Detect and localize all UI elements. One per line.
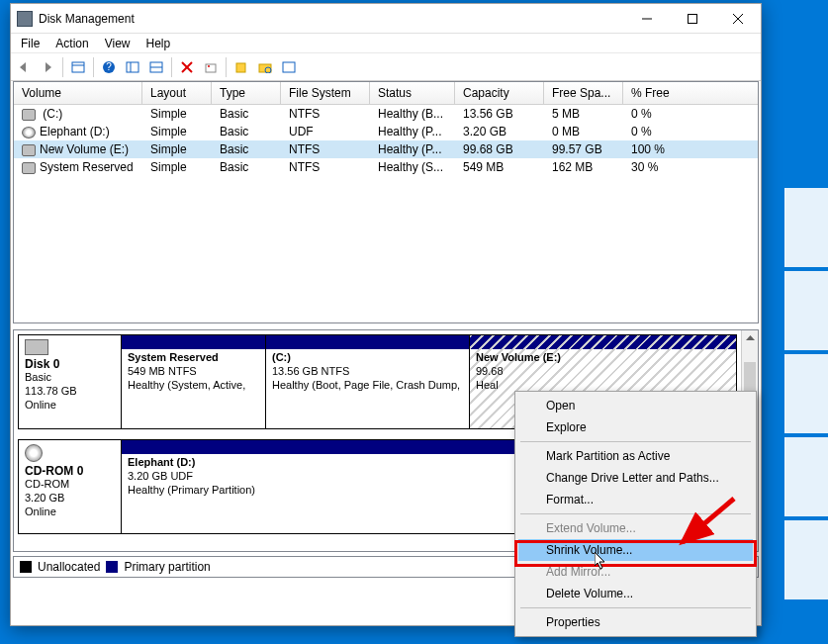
refresh-button[interactable] xyxy=(122,56,143,78)
legend-primary-label: Primary partition xyxy=(124,560,210,574)
legend-unallocated-key xyxy=(20,561,32,573)
ctx-open[interactable]: Open xyxy=(518,395,753,416)
col-pctfree[interactable]: % Free xyxy=(623,82,758,104)
toolbar: ? xyxy=(11,53,761,81)
svg-rect-4 xyxy=(72,62,84,72)
volume-row[interactable]: Elephant (D:)SimpleBasicUDFHealthy (P...… xyxy=(14,123,758,140)
svg-rect-19 xyxy=(283,62,295,72)
app-icon xyxy=(17,11,33,27)
properties-button[interactable] xyxy=(200,56,222,78)
minimize-button[interactable] xyxy=(624,4,670,33)
back-button[interactable] xyxy=(13,56,35,78)
col-type[interactable]: Type xyxy=(212,82,281,104)
new-button[interactable] xyxy=(230,56,252,78)
svg-rect-14 xyxy=(206,64,216,72)
col-layout[interactable]: Layout xyxy=(142,82,212,104)
volume-list: Volume Layout Type File System Status Ca… xyxy=(13,81,759,323)
menu-help[interactable]: Help xyxy=(140,37,177,50)
volume-row[interactable]: System ReservedSimpleBasicNTFSHealthy (S… xyxy=(14,158,758,176)
delete-button[interactable] xyxy=(176,56,198,78)
ctx-extend: Extend Volume... xyxy=(518,517,753,539)
legend-unallocated-label: Unallocated xyxy=(38,560,100,574)
col-capacity[interactable]: Capacity xyxy=(455,82,544,104)
close-button[interactable] xyxy=(715,4,761,33)
ctx-format[interactable]: Format... xyxy=(518,489,753,510)
window-title: Disk Management xyxy=(39,12,624,26)
context-menu: Open Explore Mark Partition as Active Ch… xyxy=(514,391,757,637)
titlebar[interactable]: Disk Management xyxy=(11,4,761,34)
col-free[interactable]: Free Spa... xyxy=(544,82,623,104)
svg-rect-16 xyxy=(236,63,245,72)
drive-icon xyxy=(22,162,36,174)
ctx-properties[interactable]: Properties xyxy=(518,611,753,633)
ctx-delete[interactable]: Delete Volume... xyxy=(518,583,753,604)
maximize-button[interactable] xyxy=(670,4,715,33)
list-body[interactable]: (C:)SimpleBasicNTFSHealthy (B...13.56 GB… xyxy=(14,105,758,322)
explore-button[interactable] xyxy=(254,56,276,78)
volume-row[interactable]: (C:)SimpleBasicNTFSHealthy (B...13.56 GB… xyxy=(14,105,758,123)
drive-icon xyxy=(22,109,36,121)
svg-point-15 xyxy=(208,65,210,67)
col-status[interactable]: Status xyxy=(370,82,455,104)
partition[interactable]: System Reserved549 MB NTFSHealthy (Syste… xyxy=(122,335,266,428)
list-header: Volume Layout Type File System Status Ca… xyxy=(14,82,758,105)
ctx-shrink[interactable]: Shrink Volume... xyxy=(518,539,753,561)
col-fs[interactable]: File System xyxy=(281,82,370,104)
ctx-change-letter[interactable]: Change Drive Letter and Paths... xyxy=(518,467,753,489)
show-hide-button[interactable] xyxy=(67,56,89,78)
ctx-mark-active[interactable]: Mark Partition as Active xyxy=(518,445,753,467)
ctx-add-mirror: Add Mirror... xyxy=(518,561,753,583)
col-volume[interactable]: Volume xyxy=(14,82,142,104)
disk-header[interactable]: Disk 0Basic113.78 GBOnline xyxy=(18,334,121,429)
svg-rect-8 xyxy=(127,62,138,72)
disk-header[interactable]: CD-ROM 0CD-ROM3.20 GBOnline xyxy=(18,439,121,534)
forward-button[interactable] xyxy=(37,56,58,78)
list-button[interactable] xyxy=(278,56,300,78)
volume-row[interactable]: New Volume (E:)SimpleBasicNTFSHealthy (P… xyxy=(14,140,758,158)
menu-file[interactable]: File xyxy=(15,37,46,50)
ctx-explore[interactable]: Explore xyxy=(518,416,753,438)
partition[interactable]: (C:)13.56 GB NTFSHealthy (Boot, Page Fil… xyxy=(266,335,470,428)
drive-icon xyxy=(22,144,36,156)
menu-action[interactable]: Action xyxy=(49,37,94,50)
svg-rect-1 xyxy=(689,14,697,23)
disc-icon xyxy=(22,127,36,138)
menu-view[interactable]: View xyxy=(99,37,137,50)
svg-text:?: ? xyxy=(106,61,112,72)
disc-icon xyxy=(25,444,43,462)
drive-icon xyxy=(25,339,48,355)
menubar: File Action View Help xyxy=(11,34,761,53)
settings-button[interactable] xyxy=(145,56,167,78)
legend-primary-key xyxy=(106,561,118,573)
mouse-cursor xyxy=(595,552,610,572)
help-button[interactable]: ? xyxy=(98,56,120,78)
